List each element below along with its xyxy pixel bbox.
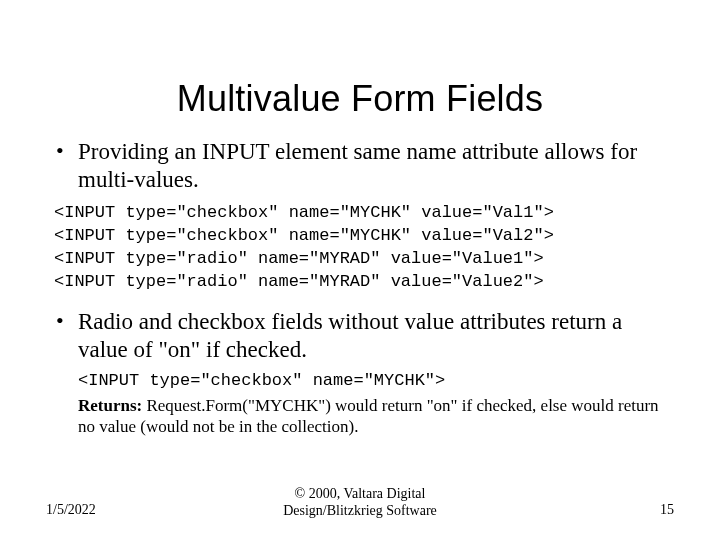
bullet-list: Providing an INPUT element same name att… [54, 138, 666, 194]
slide-title: Multivalue Form Fields [0, 0, 720, 120]
returns-text: Request.Form("MYCHK") would return "on" … [78, 396, 659, 436]
code-block-1: <INPUT type="checkbox" name="MYCHK" valu… [54, 202, 666, 294]
bullet-item: Radio and checkbox fields without value … [54, 308, 666, 364]
bullet-item: Providing an INPUT element same name att… [54, 138, 666, 194]
returns-label: Returns: [78, 396, 142, 415]
footer-center: © 2000, Valtara DigitalDesign/Blitzkrieg… [0, 486, 720, 520]
slide: Multivalue Form Fields Providing an INPU… [0, 0, 720, 540]
returns-note: Returns: Request.Form("MYCHK") would ret… [78, 395, 666, 438]
bullet-list: Radio and checkbox fields without value … [54, 308, 666, 364]
code-block-2: <INPUT type="checkbox" name="MYCHK"> [78, 370, 666, 393]
footer-page-number: 15 [660, 502, 674, 518]
slide-body: Providing an INPUT element same name att… [0, 120, 720, 437]
